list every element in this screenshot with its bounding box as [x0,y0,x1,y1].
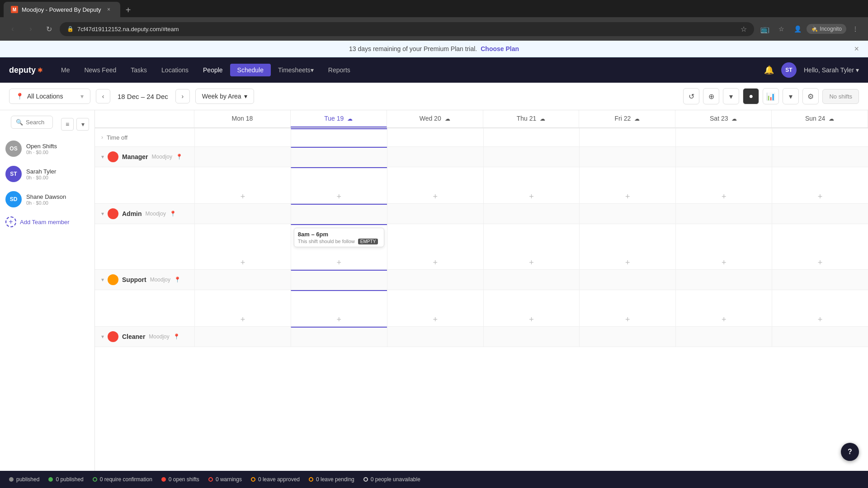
manager-add-wed[interactable]: + [433,192,438,201]
manager-shift-wed: + [387,167,483,203]
help-button[interactable]: ? [841,443,859,461]
next-week-btn[interactable]: › [175,89,190,103]
manager-add-fri[interactable]: + [625,192,630,201]
support-add-wed[interactable]: + [433,315,438,324]
admin-cell-sat [675,204,772,224]
star-icon[interactable]: ☆ [741,25,747,33]
nav-tasks[interactable]: Tasks [123,57,154,83]
support-shift-fri: + [579,290,675,326]
lock-icon: 🔒 [67,26,74,32]
admin-add-sun[interactable]: + [818,258,823,267]
refresh-btn[interactable]: ↻ [42,22,56,36]
date-nav: ‹ 18 Dec – 24 Dec › [96,89,190,103]
grid-header-empty [95,110,194,127]
nav-reports[interactable]: Reports [321,57,358,83]
sidebar-member-shane[interactable]: SD Shane Dawson 0h · $0.00 [0,187,94,212]
manager-pin-icon: 📍 [176,154,183,160]
active-tab[interactable]: M Moodjoy - Powered By Deputy × [4,2,120,17]
admin-shift-card-tue[interactable]: 8am – 6pm This shift should be follow EM… [294,228,384,247]
admin-add-sat[interactable]: + [722,258,726,267]
sidebar-member-sarah[interactable]: ST Sarah Tyler 0h · $0.00 [0,161,94,187]
sarah-avatar: ST [5,166,22,182]
open-shifts-avatar: OS [5,141,22,157]
address-bar[interactable]: 🔒 7cf47d19112152.na.deputy.com/#team ☆ [60,22,754,36]
user-avatar[interactable]: ST [781,62,797,78]
sun-label: Sun 24 [805,115,825,122]
trial-banner: 13 days remaining of your Premium Plan t… [0,41,868,57]
nav-locations[interactable]: Locations [154,57,196,83]
back-btn[interactable]: ‹ [5,22,20,36]
manager-add-tue[interactable]: + [337,192,342,201]
manager-add-sat[interactable]: + [722,192,726,201]
manager-cell-tue [291,147,387,167]
user-greeting[interactable]: Hello, Sarah Tyler ▾ [804,66,859,74]
view-arrow-icon: ▾ [244,93,247,100]
published-gray-label: published [16,476,39,483]
deputy-logo[interactable]: deputy ✱ [9,66,43,75]
support-add-fri[interactable]: + [625,315,630,324]
admin-sub: Moodjoy [146,211,166,217]
admin-add-thu[interactable]: + [529,258,534,267]
nav-newsfeed[interactable]: News Feed [77,57,123,83]
admin-cell-mon [194,204,291,224]
dark-mode-btn[interactable]: ● [743,88,759,104]
nav-people[interactable]: People [196,57,230,83]
no-shifts-badge: No shifts [822,89,859,104]
sync-btn[interactable]: ↺ [683,88,699,104]
manager-toggle[interactable]: ▾ [101,154,104,160]
support-add-sat[interactable]: + [722,315,726,324]
incognito-badge[interactable]: 🕵 Incognito [807,24,846,34]
admin-add-fri[interactable]: + [625,258,630,267]
manager-shift-fri: + [579,167,675,203]
admin-toggle[interactable]: ▾ [101,211,104,217]
list-view-btn[interactable]: ≡ [61,118,74,131]
choose-plan-link[interactable]: Choose Plan [481,45,519,52]
settings-btn[interactable]: ⚙ [802,88,819,104]
location-dropdown[interactable]: 📍 All Locations ▾ [9,89,90,104]
search-input[interactable] [26,119,48,126]
admin-add-mon[interactable]: + [241,258,245,267]
nav-schedule[interactable]: Schedule [230,64,271,76]
trial-banner-close[interactable]: × [854,44,859,54]
cleaner-toggle[interactable]: ▾ [101,333,104,340]
filter-arrow-btn[interactable]: ▾ [76,118,89,131]
manager-add-mon[interactable]: + [241,192,245,201]
cleaner-cell-mon [194,327,291,347]
grid-header: Mon 18 Tue 19 ☁ Wed 20 ☁ Thu 21 ☁ Fri 22… [95,110,868,128]
support-shift-row: + + + + + + + [95,290,868,327]
bookmark-btn[interactable]: ☆ [774,22,788,36]
support-toggle[interactable]: ▾ [101,277,104,283]
open-shifts-label: 0 open shifts [169,476,199,483]
chart-arrow-btn[interactable]: ▾ [783,88,799,104]
location-text: All Locations [27,93,63,100]
sidebar-member-open-shifts[interactable]: OS Open Shifts 0h · $0.00 [0,136,94,161]
crosshair-btn[interactable]: ⊕ [703,88,719,104]
support-add-sun[interactable]: + [818,315,823,324]
view-dropdown[interactable]: Week by Area ▾ [195,89,254,104]
more-btn[interactable]: ⋮ [848,22,863,36]
new-tab-btn[interactable]: + [122,4,135,16]
notification-bell-icon[interactable]: 🔔 [764,65,774,75]
support-cell-mon [194,270,291,290]
toggle-btn[interactable]: ▾ [723,88,739,104]
profile-btn[interactable]: 👤 [790,22,805,36]
prev-week-btn[interactable]: ‹ [96,89,110,103]
support-add-thu[interactable]: + [529,315,534,324]
shane-hours: 0h · $0.00 [26,200,89,206]
support-add-tue[interactable]: + [337,315,342,324]
schedule-header: 📍 All Locations ▾ ‹ 18 Dec – 24 Dec › We… [0,83,868,110]
open-shifts-hours: 0h · $0.00 [26,150,89,155]
admin-add-tue[interactable]: + [337,258,342,267]
nav-timesheets[interactable]: Timesheets ▾ [271,57,321,83]
manager-add-thu[interactable]: + [529,192,534,201]
chart-btn[interactable]: 📊 [763,88,779,104]
forward-btn[interactable]: › [24,22,38,36]
add-team-member-btn[interactable]: + Add Team member [0,212,94,232]
support-add-mon[interactable]: + [241,315,245,324]
time-off-toggle[interactable]: › [101,134,103,141]
manager-add-sun[interactable]: + [818,192,823,201]
tab-close-btn[interactable]: × [105,5,113,14]
nav-me[interactable]: Me [54,57,77,83]
admin-add-wed[interactable]: + [433,258,438,267]
cast-btn[interactable]: 📺 [758,22,772,36]
